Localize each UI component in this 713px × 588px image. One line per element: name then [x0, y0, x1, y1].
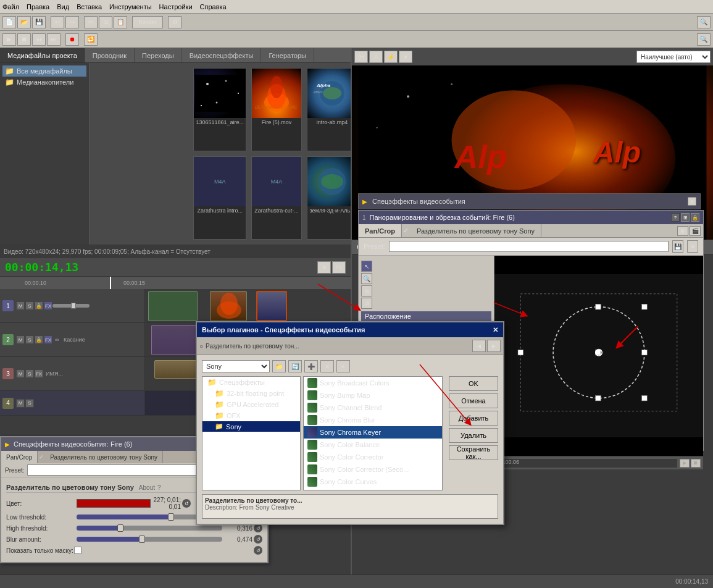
copy-btn[interactable]: ⧉: [99, 16, 112, 28]
track-2-lock[interactable]: 🔒: [35, 335, 43, 344]
plugin-filter-back[interactable]: ◀: [472, 340, 486, 352]
preview-quality-select[interactable]: Наилучшее (авто): [636, 51, 711, 63]
properties-btn[interactable]: ⚙: [168, 16, 181, 28]
plugin-item-3[interactable]: Sony Chroma Blur: [304, 414, 442, 426]
track-1-volume[interactable]: [52, 304, 90, 308]
plugin-delete-btn[interactable]: Удалить: [449, 428, 498, 443]
param-color-swatch[interactable]: [77, 499, 151, 508]
track-1-solo[interactable]: S: [25, 301, 34, 310]
prev-btn[interactable]: ⏮: [32, 33, 46, 46]
track-2-mute[interactable]: M: [16, 335, 25, 344]
plugin-item-8[interactable]: Sony Color Curves: [304, 476, 442, 488]
fx-toggle-btn[interactable]: FX: [332, 261, 346, 274]
menu-insert[interactable]: Вставка: [77, 3, 102, 10]
plugin-item-6[interactable]: Sony Color Corrector: [304, 451, 442, 463]
tab-video-fx[interactable]: Видеоспецэффекты: [182, 48, 262, 62]
param-color-reset[interactable]: ↺: [182, 499, 191, 508]
plugin-item-1[interactable]: Sony Bump Map: [304, 389, 442, 401]
media-thumb-4[interactable]: M4A Zarathustra intro...: [193, 156, 246, 240]
pcrop-play-btn[interactable]: ▶: [680, 459, 690, 468]
tab-explorer[interactable]: Проводник: [85, 48, 135, 62]
pcrop-stop-btn[interactable]: ⏹: [691, 459, 701, 468]
bottom-fx-about[interactable]: About: [139, 484, 155, 491]
param-blur-reset[interactable]: ↺: [254, 535, 262, 544]
spfx-close-btn[interactable]: ✕: [688, 197, 696, 206]
menu-view[interactable]: Вид: [57, 3, 69, 10]
preview-close-btn[interactable]: ✕: [399, 51, 412, 63]
plugin-tree-item-4[interactable]: 📁 Sony: [202, 421, 300, 432]
menu-help[interactable]: Справка: [200, 3, 227, 10]
stop-btn[interactable]: ⏹: [17, 33, 31, 46]
plugin-tree-item-2[interactable]: 📁 GPU Accelerated: [202, 399, 300, 410]
track-1-lock[interactable]: 🔒: [35, 301, 43, 310]
tab-generators[interactable]: Генераторы: [261, 48, 314, 62]
plugin-item-2[interactable]: Sony Channel Blend: [304, 401, 442, 414]
menu-file[interactable]: Файл: [2, 3, 19, 10]
plugin-cancel-btn[interactable]: Отмена: [449, 393, 498, 408]
plugin-ok-btn[interactable]: OK: [449, 376, 498, 391]
track-1-fx[interactable]: FX: [44, 301, 52, 310]
param-mask-checkbox[interactable]: [74, 547, 81, 554]
preset-close-btn[interactable]: ✕: [687, 240, 698, 253]
plugin-add-btn[interactable]: Добавить: [449, 411, 498, 426]
loop-btn[interactable]: 🔁: [84, 33, 98, 46]
pancrop-anim-btn[interactable]: 🎬: [690, 226, 701, 236]
plugin-filter-fwd[interactable]: ▶: [487, 340, 501, 352]
media-thumb-2[interactable]: DETONATION FILMS Fire (5).mov: [251, 68, 302, 151]
track-3-solo[interactable]: S: [25, 369, 34, 378]
pancrop-grid-btn[interactable]: ⊞: [681, 213, 690, 222]
plugin-tree-item-3[interactable]: 📁 OFX: [202, 410, 300, 421]
plugin-saveas-btn[interactable]: Сохранить как...: [449, 445, 498, 460]
preset-input[interactable]: [389, 241, 669, 252]
bottom-fx-help[interactable]: ?: [157, 484, 161, 491]
plugin-item-0[interactable]: Sony Broadcast Colors: [304, 377, 442, 389]
plugin-item-7[interactable]: Sony Color Corrector (Seco...: [304, 463, 442, 476]
play-btn[interactable]: ▶: [2, 33, 16, 46]
pancrop-help-btn[interactable]: ?: [671, 213, 680, 222]
pcrop-pos-tool[interactable]: ⊕: [361, 285, 372, 296]
plugin-tree-item-1[interactable]: 📁 32-bit floating point: [202, 388, 300, 399]
bfx-tab-chroma[interactable]: Разделитель по цветовому тону Sony: [45, 451, 163, 463]
pancrop-tab-pancrop[interactable]: Pan/Crop: [359, 224, 402, 237]
tab-transitions[interactable]: Переходы: [135, 48, 182, 62]
pancrop-keyframe-btn[interactable]: ⊕: [677, 226, 688, 236]
plugin-folder-browse[interactable]: 📁: [272, 360, 286, 372]
media-thumb-3[interactable]: Alphaeffect intro-ab.mp4: [307, 68, 351, 151]
open-btn[interactable]: 📂: [17, 16, 31, 28]
pancrop-lock-btn[interactable]: 🔒: [691, 213, 699, 222]
plugin-refresh[interactable]: 🔄: [288, 360, 302, 372]
menu-edit[interactable]: Правка: [27, 3, 49, 10]
plugin-folder-select[interactable]: Sony: [202, 360, 270, 372]
plugin-view-toggle[interactable]: ≡: [336, 360, 350, 372]
track-1-clip-1[interactable]: [148, 291, 198, 321]
render-btn[interactable]: Render: [132, 16, 163, 28]
preview-auto-btn[interactable]: А: [369, 51, 383, 63]
media-thumb-5[interactable]: M4A Zarathustra-cut-...: [251, 156, 302, 240]
track-4-solo[interactable]: S: [25, 399, 34, 408]
track-4-mute[interactable]: M: [16, 399, 25, 408]
pcrop-rotate-tool[interactable]: ↺: [361, 298, 372, 309]
preview-fx-btn[interactable]: ⚡: [384, 51, 398, 63]
tree-media-drives[interactable]: 📁 Медианакопители: [2, 77, 86, 88]
param-mask-reset[interactable]: ↺: [254, 546, 262, 555]
record-btn[interactable]: ⏺: [65, 33, 79, 46]
plugin-add-folder[interactable]: ➕: [304, 360, 318, 372]
redo-btn[interactable]: ↪: [65, 16, 79, 28]
media-thumb-1[interactable]: 1306511861_aire...: [193, 68, 246, 151]
menu-settings[interactable]: Настройки: [159, 3, 193, 10]
plugin-delete-folder[interactable]: ✕: [320, 360, 334, 372]
plugin-selector-close[interactable]: ✕: [493, 326, 498, 334]
save-btn[interactable]: 💾: [32, 16, 46, 28]
track-2-fx[interactable]: FX: [44, 335, 52, 344]
pancrop-tab-chroma[interactable]: Разделитель по цветовому тону Sony: [411, 224, 541, 237]
plugin-tree-item-0[interactable]: 📁 Спецэффекты: [202, 377, 300, 388]
cut-btn[interactable]: ✂: [84, 16, 98, 28]
track-1-mute[interactable]: M: [16, 301, 25, 310]
playhead[interactable]: [110, 277, 111, 289]
menu-tools[interactable]: Инструменты: [109, 3, 152, 10]
tab-media-files[interactable]: Медиафайлы проекта: [0, 48, 85, 62]
track-1-clip-3[interactable]: [256, 291, 287, 321]
plugin-item-5[interactable]: Sony Color Balance: [304, 439, 442, 451]
undo-btn[interactable]: ↩: [51, 16, 64, 28]
zoom-timeline-btn[interactable]: 🔍: [697, 33, 711, 46]
